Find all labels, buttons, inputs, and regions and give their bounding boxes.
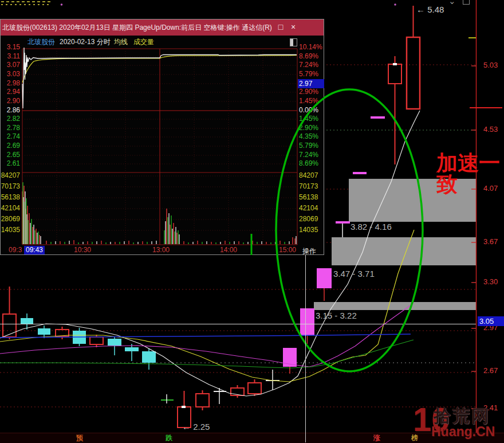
percent-tick: 7.24% xyxy=(299,61,318,69)
percent-tick: 5.79% xyxy=(299,142,318,150)
price-tick: 2.82 xyxy=(1,115,20,123)
price-tick: 2.74 xyxy=(1,133,20,140)
volume-tick: 14035 xyxy=(1,226,20,234)
volume-tick: 70173 xyxy=(1,183,20,190)
price-tick: 2.98 xyxy=(1,80,20,87)
volume-tick: 14035 xyxy=(299,226,318,234)
percent-tick: 8.69% xyxy=(299,53,318,60)
price-tick: 2.69 xyxy=(1,142,20,150)
volume-tick: 56138 xyxy=(299,194,318,201)
intraday-price-tag: 2.97 xyxy=(298,79,324,88)
high-price-annotation: ← 5.48 xyxy=(416,5,444,14)
low-marker-dot xyxy=(182,406,186,408)
percent-tick: 1.45% xyxy=(299,97,318,105)
status-bar-item[interactable]: 预 xyxy=(76,434,83,442)
time-tick: 15:00 xyxy=(279,246,296,254)
close-icon[interactable]: × xyxy=(288,19,298,36)
acceleration-note: 加速一致 xyxy=(436,152,504,195)
percent-tick: 8.69% xyxy=(299,160,318,167)
ma-legend: 均线 xyxy=(114,36,128,48)
popup-info-line: 北玻股份 2020-02-13 分时 均线 成交量 xyxy=(1,36,324,48)
percent-tick: 5.79% xyxy=(299,70,318,78)
price-tick: 3.03 xyxy=(1,70,20,78)
volume-tick: 28069 xyxy=(299,215,318,223)
open-marker-dot xyxy=(393,63,397,65)
price-tick: 2.86 xyxy=(1,107,20,114)
volume-tick: 42104 xyxy=(299,205,318,212)
action-button[interactable]: 操作 xyxy=(302,246,316,256)
price-tick: 2.61 xyxy=(1,160,20,167)
percent-tick: 10.14% xyxy=(299,44,322,51)
minimize-button[interactable]: □ xyxy=(275,19,286,36)
price-tick: 3.11 xyxy=(1,53,20,60)
window-icon[interactable] xyxy=(463,0,470,5)
status-bar-item[interactable]: 涨 xyxy=(373,434,380,442)
low-price-annotation: ← 2.25 xyxy=(182,422,210,432)
volume-tick: 28069 xyxy=(1,215,20,223)
volume-tick: 70173 xyxy=(299,183,318,190)
volume-legend: 成交量 xyxy=(133,36,154,48)
crosshair-price-tag: 3.05 xyxy=(478,316,504,326)
zone-label-1: 3.82 - 4.16 xyxy=(351,222,392,232)
price-tick: 3.07 xyxy=(1,61,20,69)
price-tick: 2.78 xyxy=(1,124,20,132)
percent-tick: 7.24% xyxy=(299,151,318,159)
purple-dot xyxy=(61,3,63,6)
time-tick: 13:00 xyxy=(152,246,170,254)
zone-label-3: 3.15 - 3.22 xyxy=(316,311,357,320)
watermark: 10 拾荒网 Huang.CN xyxy=(398,400,504,443)
intraday-popup-window[interactable]: 北玻股份(002613) 2020年02月13日 星期四 PageUp/Down… xyxy=(0,19,324,255)
layout-icon[interactable] xyxy=(290,38,297,46)
popup-titlebar[interactable]: 北玻股份(002613) 2020年02月13日 星期四 PageUp/Down… xyxy=(1,19,324,36)
chevron-down-icon[interactable]: ⌄ xyxy=(448,0,456,6)
percent-tick: 4.35% xyxy=(299,133,318,140)
popup-title: 北玻股份(002613) 2020年02月13日 星期四 PageUp/Down… xyxy=(2,19,276,36)
date-mode-label: 2020-02-13 分时 xyxy=(60,36,111,48)
stock-name: 北玻股份 xyxy=(27,36,55,48)
price-tick: 2.94 xyxy=(1,88,20,96)
price-tick: 2.90 xyxy=(1,97,20,105)
time-tick: 10:30 xyxy=(74,246,91,254)
zone-label-2: 3.47 - 3.71 xyxy=(333,269,375,279)
volume-tick: 84207 xyxy=(299,172,318,179)
volume-tick: 56138 xyxy=(1,194,20,201)
purple-dot xyxy=(394,3,396,6)
percent-tick: 1.45% xyxy=(299,115,318,123)
tdx-screen: 5.034.534.073.673.302.972.672.41 3.05 ← … xyxy=(0,0,504,443)
watermark-domain: Huang.CN xyxy=(431,424,495,440)
intraday-time-tag: 09:43 xyxy=(24,246,45,254)
percent-tick: 2.90% xyxy=(299,124,318,132)
volume-tick: 42104 xyxy=(1,205,20,212)
price-tick: 2.65 xyxy=(1,151,20,159)
percent-tick: 0.00% xyxy=(299,107,318,114)
percent-tick: 2.90% xyxy=(299,88,318,96)
price-tick: 3.15 xyxy=(1,44,20,51)
volume-tick: 84207 xyxy=(1,172,20,179)
time-tick: 09:3 xyxy=(9,246,22,254)
volume-bars xyxy=(22,182,296,244)
time-tick: 14:00 xyxy=(220,246,237,254)
intraday-chart-canvas[interactable] xyxy=(1,19,325,256)
status-bar-item[interactable]: 跌 xyxy=(166,434,172,442)
